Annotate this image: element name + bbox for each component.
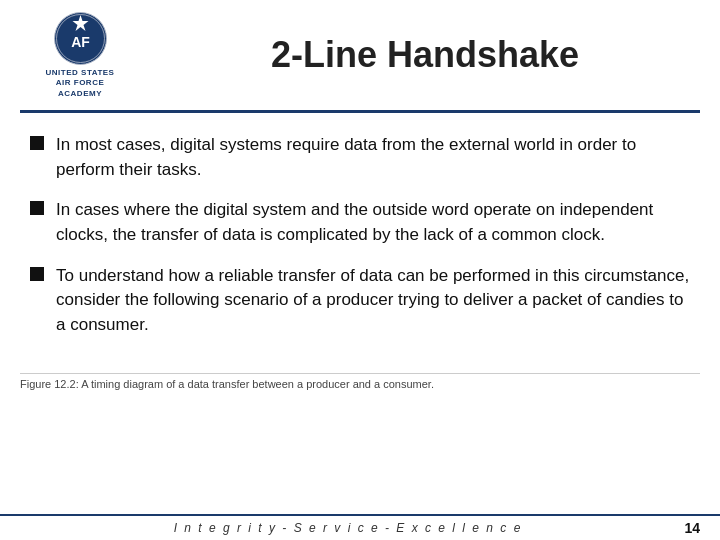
slide-title: 2-Line Handshake xyxy=(271,34,579,76)
list-item: In cases where the digital system and th… xyxy=(30,198,690,247)
footer-bar: I n t e g r i t y - S e r v i c e - E x … xyxy=(0,514,720,540)
svg-text:AF: AF xyxy=(71,34,90,50)
bullet-list: In most cases, digital systems require d… xyxy=(30,133,690,337)
af-logo-icon: AF xyxy=(53,11,108,66)
footer-motto: I n t e g r i t y - S e r v i c e - E x … xyxy=(20,521,676,535)
bullet-icon xyxy=(30,201,44,215)
slide-content: In most cases, digital systems require d… xyxy=(0,113,720,363)
logo-area: AF UNITED STATES AIR FORCE ACADEMY xyxy=(10,11,150,99)
bullet-text: In cases where the digital system and th… xyxy=(56,198,690,247)
bullet-icon xyxy=(30,136,44,150)
bullet-text: In most cases, digital systems require d… xyxy=(56,133,690,182)
bullet-icon xyxy=(30,267,44,281)
page-number: 14 xyxy=(676,520,700,536)
bullet-text: To understand how a reliable transfer of… xyxy=(56,264,690,338)
title-area: 2-Line Handshake xyxy=(150,34,700,76)
slide-header: AF UNITED STATES AIR FORCE ACADEMY 2-Lin… xyxy=(0,0,720,110)
content-divider xyxy=(20,373,700,374)
logo-text: UNITED STATES AIR FORCE ACADEMY xyxy=(46,68,115,99)
list-item: To understand how a reliable transfer of… xyxy=(30,264,690,338)
figure-caption: Figure 12.2: A timing diagram of a data … xyxy=(0,378,720,390)
list-item: In most cases, digital systems require d… xyxy=(30,133,690,182)
